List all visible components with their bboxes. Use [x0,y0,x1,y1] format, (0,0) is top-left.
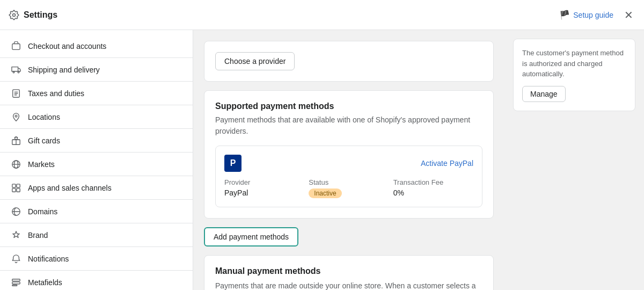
provider-details: Provider PayPal Status Inactive Transact… [224,178,473,198]
choose-provider-button[interactable]: Choose a provider [215,52,295,70]
setup-guide-link[interactable]: 🏴 Setup guide [559,10,613,20]
fee-label: Transaction Fee [393,178,473,186]
sidebar-label-brand: Brand [28,231,48,240]
sidebar-label-apps-sales: Apps and sales channels [28,184,112,192]
sidebar-item-apps-sales[interactable]: Apps and sales channels [0,176,193,200]
sidebar-label-locations: Locations [28,113,60,121]
sidebar-label-markets: Markets [28,160,55,169]
status-label: Status [309,178,389,186]
fee-value: 0% [393,189,473,197]
sidebar-item-brand[interactable]: Brand [0,223,193,247]
manual-payment-methods-card: Manual payment methods Payments that are… [204,255,494,290]
status-value: Inactive [309,189,389,198]
bell-icon [11,253,21,264]
provider-value: PayPal [224,189,304,197]
svg-rect-14 [12,279,20,281]
domains-icon [11,206,21,217]
flag-icon: 🏴 [559,10,570,20]
svg-rect-1 [12,44,20,49]
paypal-card: P Activate PayPal Provider PayPal Status [215,146,482,207]
sidebar-item-shipping-delivery[interactable]: Shipping and delivery [0,58,193,82]
sidebar-item-gift-cards[interactable]: Gift cards [0,129,193,153]
svg-rect-12 [17,188,20,191]
svg-rect-16 [12,285,17,286]
add-payment-container: Add payment methods [204,227,494,247]
sidebar-label-notifications: Notifications [28,255,69,263]
provider-label: Provider [224,178,304,186]
sidebar-item-domains[interactable]: Domains [0,200,193,223]
paypal-header: P Activate PayPal [224,155,473,172]
info-card: The customer's payment method is authori… [513,39,635,111]
svg-point-5 [15,115,17,117]
sidebar-label-taxes-duties: Taxes and duties [28,89,84,98]
supported-methods-description: Payment methods that are available with … [215,114,482,137]
gift-icon [11,135,21,146]
metafields-icon [11,277,21,288]
supported-payment-methods-card: Supported payment methods Payment method… [204,90,494,219]
setup-guide-label: Setup guide [573,11,613,19]
main-layout: Checkout and accounts Shipping and deliv… [0,30,644,290]
svg-point-3 [18,71,19,73]
svg-rect-9 [12,184,16,187]
sidebar-label-shipping-delivery: Shipping and delivery [28,66,100,74]
brand-icon [11,230,21,241]
page-title: Settings [24,10,57,20]
choose-provider-card: Choose a provider [204,41,494,82]
fee-col: Transaction Fee 0% [393,178,473,198]
sidebar-item-taxes-duties[interactable]: Taxes and duties [0,82,193,105]
top-bar-left: Settings [9,10,57,20]
settings-icon [9,10,19,20]
sidebar-label-domains: Domains [28,207,57,216]
manage-button[interactable]: Manage [522,86,566,102]
top-bar: Settings 🏴 Setup guide ✕ [0,0,644,30]
sidebar-item-checkout-accounts[interactable]: Checkout and accounts [0,34,193,58]
sidebar-item-locations[interactable]: Locations [0,105,193,129]
sidebar-label-metafields: Metafields [28,278,62,287]
sidebar-item-metafields[interactable]: Metafields [0,271,193,290]
info-card-text: The customer's payment method is authori… [522,48,626,79]
location-icon [11,112,21,122]
top-bar-right: 🏴 Setup guide ✕ [559,8,635,23]
svg-rect-10 [17,184,20,187]
add-payment-methods-button[interactable]: Add payment methods [204,227,298,247]
shipping-icon [11,64,21,75]
checkout-icon [11,41,21,52]
svg-rect-15 [12,282,20,284]
status-col: Status Inactive [309,178,389,198]
sidebar-item-notifications[interactable]: Notifications [0,247,193,271]
sidebar-label-gift-cards: Gift cards [28,136,60,145]
manual-methods-title: Manual payment methods [215,266,482,276]
right-panel: The customer's payment method is authori… [504,30,644,290]
taxes-icon [11,88,21,99]
svg-point-2 [13,71,14,73]
sidebar-item-markets[interactable]: Markets [0,153,193,176]
manual-methods-description: Payments that are made outside your onli… [215,280,482,290]
provider-col: Provider PayPal [224,178,304,198]
svg-point-0 [13,13,16,16]
status-badge: Inactive [309,189,341,198]
sidebar: Checkout and accounts Shipping and deliv… [0,30,193,290]
content-area: Choose a provider Supported payment meth… [193,30,504,290]
svg-rect-11 [12,188,16,191]
activate-paypal-link[interactable]: Activate PayPal [421,159,473,168]
supported-methods-title: Supported payment methods [215,102,482,111]
sidebar-label-checkout-accounts: Checkout and accounts [28,42,106,50]
markets-icon [11,159,21,170]
close-button[interactable]: ✕ [622,8,635,23]
paypal-logo: P [224,155,241,172]
apps-icon [11,183,21,193]
